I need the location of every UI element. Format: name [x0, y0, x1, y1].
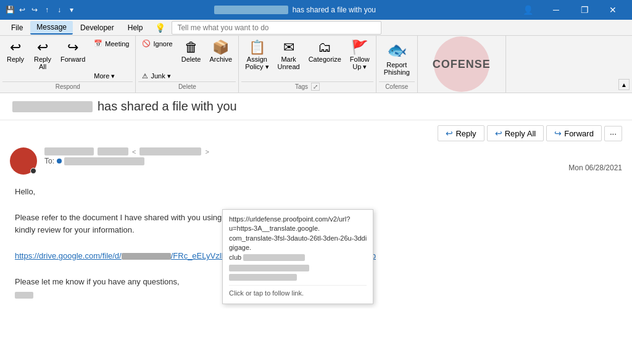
respond-small-col: 📅 Meeting More ▾ — [90, 38, 133, 81]
window-action-buttons[interactable]: 👤 ─ ❐ ✕ — [514, 0, 627, 20]
assign-policy-icon: 📋 — [249, 41, 265, 54]
customize-icon[interactable]: ▾ — [67, 5, 77, 15]
follow-up-button[interactable]: 🚩 FollowUp ▾ — [346, 38, 373, 73]
follow-up-icon: 🚩 — [351, 41, 368, 54]
menu-file[interactable]: File — [5, 21, 29, 35]
restore-button[interactable]: ❐ — [570, 0, 599, 20]
sender-name-redacted2 — [98, 147, 128, 155]
cofense-logo: COFENSE — [428, 41, 496, 88]
delete-label: Delete — [181, 56, 201, 63]
email-reply-button[interactable]: ↩ Reply — [438, 125, 484, 141]
menu-bar: File Message Developer Help 💡 — [0, 20, 632, 36]
reply-all-label: ReplyAll — [34, 56, 51, 70]
minimize-button[interactable]: ─ — [542, 0, 570, 20]
sender-angle-right: > — [205, 148, 209, 155]
window-controls[interactable]: 💾 ↩ ↪ ↑ ↓ ▾ — [5, 5, 77, 15]
up-icon[interactable]: ↑ — [42, 5, 52, 15]
email-reply-icon: ↩ — [446, 128, 453, 138]
cofense-group: 🐟 ReportPhishing Cofense — [376, 36, 418, 93]
menu-help[interactable]: Help — [122, 21, 149, 35]
email-actions-row: ↩ Reply ↩ Reply All ↪ Forward ··· — [0, 120, 632, 144]
down-icon[interactable]: ↓ — [54, 5, 64, 15]
sender-redacted-title — [214, 6, 288, 14]
delete-small-col: 🚫 Ignore ⚠ Junk ▾ — [138, 38, 176, 81]
delete-icon: 🗑 — [185, 41, 198, 54]
signature-redacted — [15, 292, 33, 299]
tooltip-url-line4: gigage. — [229, 244, 251, 251]
categorize-label: Categorize — [309, 56, 341, 63]
junk-button[interactable]: ⚠ Junk ▾ — [138, 71, 176, 81]
meeting-button[interactable]: 📅 Meeting — [90, 38, 133, 49]
sender-email-redacted — [139, 147, 201, 155]
cofense-text: COFENSE — [433, 58, 491, 71]
collapse-ribbon-button[interactable]: ▲ — [618, 79, 630, 90]
tooltip-url-line5: club — [229, 254, 241, 261]
mark-unread-icon: ✉ — [283, 41, 294, 54]
forward-button[interactable]: ↪ Forward — [57, 38, 89, 65]
tags-group: 📋 AssignPolicy ▾ ✉ MarkUnread 🗂 Categori… — [239, 36, 376, 93]
calendar-icon: 📅 — [94, 39, 102, 48]
report-phishing-button[interactable]: 🐟 ReportPhishing — [379, 38, 415, 78]
respond-group: ↩ Reply ↩ ReplyAll ↪ Forward 📅 Meeting — [0, 36, 136, 93]
email-reply-all-button[interactable]: ↩ Reply All — [487, 125, 544, 141]
close-button[interactable]: ✕ — [599, 0, 627, 20]
email-reply-label: Reply — [455, 129, 476, 138]
tooltip-redacted2 — [229, 265, 309, 271]
email-date: Mon 06/28/2021 — [568, 163, 622, 175]
assign-policy-label: AssignPolicy ▾ — [245, 56, 268, 71]
reply-icon: ↩ — [10, 41, 21, 54]
menu-message[interactable]: Message — [30, 21, 73, 35]
avatar-status-dot — [30, 168, 36, 174]
reply-all-icon: ↩ — [37, 41, 48, 54]
forward-icon: ↪ — [67, 41, 78, 54]
more-respond-button[interactable]: More ▾ — [90, 71, 133, 81]
drive-link-redacted — [122, 253, 171, 260]
subject-text: has shared a file with you — [98, 99, 237, 114]
delete-label: Delete — [138, 81, 236, 93]
avatar — [10, 147, 37, 175]
assign-policy-button[interactable]: 📋 AssignPolicy ▾ — [241, 38, 272, 73]
report-phishing-label: ReportPhishing — [384, 61, 410, 76]
email-forward-label: Forward — [564, 129, 594, 138]
undo-icon[interactable]: ↩ — [17, 5, 27, 15]
delete-group: 🚫 Ignore ⚠ Junk ▾ 🗑 Delete 📦 Archive Del… — [136, 36, 239, 93]
to-row: To: — [44, 157, 561, 165]
delete-group-content: 🚫 Ignore ⚠ Junk ▾ 🗑 Delete 📦 Archive — [138, 38, 236, 81]
email-reply-all-icon: ↩ — [495, 128, 502, 138]
mark-unread-button[interactable]: ✉ MarkUnread — [274, 38, 304, 73]
archive-icon: 📦 — [212, 41, 229, 54]
junk-icon: ⚠ — [142, 72, 148, 80]
person-icon[interactable]: 👤 — [514, 0, 542, 20]
ignore-button[interactable]: 🚫 Ignore — [138, 38, 176, 49]
reply-button[interactable]: ↩ Reply — [2, 38, 28, 65]
more-respond-label: More ▾ — [94, 72, 115, 80]
tags-label: Tags ⤢ — [241, 81, 373, 93]
ribbon: ↩ Reply ↩ ReplyAll ↪ Forward 📅 Meeting — [0, 36, 632, 93]
email-more-label: ··· — [610, 129, 617, 138]
archive-label: Archive — [209, 56, 232, 63]
save-icon[interactable]: 💾 — [5, 5, 15, 15]
search-input[interactable] — [172, 21, 381, 35]
reply-all-button[interactable]: ↩ ReplyAll — [30, 38, 56, 73]
greeting: Hello, — [15, 186, 617, 199]
redo-icon[interactable]: ↪ — [30, 5, 40, 15]
delete-button[interactable]: 🗑 Delete — [178, 38, 205, 65]
email-forward-icon: ↪ — [554, 128, 562, 138]
to-label: To: — [44, 157, 54, 165]
email-reply-all-label: Reply All — [505, 129, 536, 138]
menu-developer[interactable]: Developer — [74, 21, 120, 35]
cofense-group-content: 🐟 ReportPhishing — [379, 38, 415, 81]
categorize-button[interactable]: 🗂 Categorize — [305, 38, 345, 65]
ignore-icon: 🚫 — [142, 39, 151, 48]
email-subject-bar: has shared a file with you — [0, 93, 632, 120]
tags-expand-icon[interactable]: ⤢ — [311, 83, 320, 91]
follow-up-label: FollowUp ▾ — [350, 56, 370, 71]
to-address-redacted — [64, 157, 144, 165]
email-more-button[interactable]: ··· — [604, 126, 622, 141]
mark-unread-label: MarkUnread — [278, 56, 300, 70]
email-forward-button[interactable]: ↪ Forward — [546, 125, 602, 141]
categorize-icon: 🗂 — [318, 41, 331, 54]
tooltip-click-text: Click or tap to follow link. — [229, 285, 367, 299]
archive-button[interactable]: 📦 Archive — [206, 38, 236, 65]
cofense-group-label: Cofense — [379, 81, 415, 93]
